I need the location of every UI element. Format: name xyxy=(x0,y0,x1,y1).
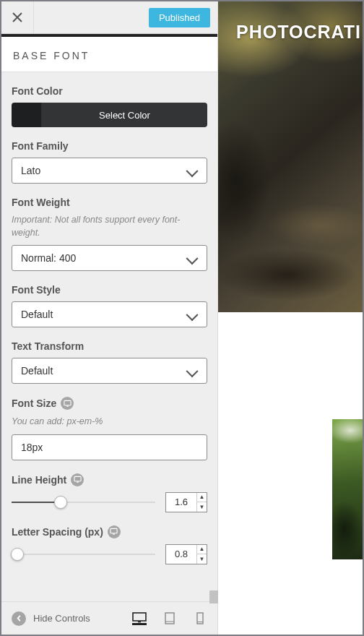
device-desktop-button[interactable] xyxy=(132,612,147,625)
slider-thumb[interactable] xyxy=(54,496,67,509)
device-tablet-button[interactable] xyxy=(162,612,177,625)
chevron-left-icon xyxy=(12,611,26,626)
text-transform-select-wrap: Default xyxy=(12,358,207,384)
letter-spacing-value: 0.8 xyxy=(166,549,196,559)
font-size-input[interactable] xyxy=(12,434,207,460)
control-font-weight: Font Weight Important: Not all fonts sup… xyxy=(1,184,217,271)
mobile-icon xyxy=(196,612,204,624)
control-text-transform: Text Transform Default xyxy=(1,327,217,384)
letter-spacing-label-text: Letter Spacing (px) xyxy=(12,526,103,538)
line-height-number[interactable]: 1.6 ▲▼ xyxy=(165,492,207,512)
preview-body xyxy=(218,312,363,635)
letter-spacing-row: 0.8 ▲▼ xyxy=(12,544,207,564)
device-mobile-button[interactable] xyxy=(193,612,207,625)
preview-thumbnail xyxy=(332,419,363,559)
monitor-icon[interactable] xyxy=(61,397,74,410)
font-style-label: Font Style xyxy=(12,284,61,296)
font-weight-label: Font Weight xyxy=(12,197,70,208)
app-root: Published BASE FONT Font Color Select Co… xyxy=(0,0,364,636)
line-height-row: 1.6 ▲▼ xyxy=(12,492,207,512)
section-title: BASE FONT xyxy=(1,34,217,72)
font-style-select-wrap: Default xyxy=(12,301,207,327)
font-weight-select[interactable]: Normal: 400 xyxy=(12,245,207,271)
font-color-label: Font Color xyxy=(12,85,63,97)
svg-rect-0 xyxy=(64,400,71,405)
brand-logo-text: PHOTOCRATI xyxy=(236,22,361,43)
svg-rect-5 xyxy=(113,533,115,534)
svg-rect-4 xyxy=(110,528,117,533)
font-family-select[interactable]: Lato xyxy=(12,158,207,184)
svg-rect-1 xyxy=(66,405,69,406)
font-family-select-wrap: Lato xyxy=(12,158,207,184)
hide-controls-label: Hide Controls xyxy=(33,613,90,624)
close-button[interactable] xyxy=(1,1,34,34)
control-font-size: Font Size You can add: px-em-% xyxy=(1,384,217,460)
font-style-select[interactable]: Default xyxy=(12,301,207,327)
font-weight-select-wrap: Normal: 400 xyxy=(12,245,207,271)
letter-spacing-number[interactable]: 0.8 ▲▼ xyxy=(165,544,207,564)
text-transform-label: Text Transform xyxy=(12,340,84,352)
tablet-icon xyxy=(165,612,175,624)
svg-rect-7 xyxy=(138,621,141,622)
control-font-color: Font Color Select Color xyxy=(1,72,217,127)
svg-rect-6 xyxy=(133,613,146,621)
letter-spacing-slider[interactable] xyxy=(12,547,155,562)
control-letter-spacing: Letter Spacing (px) 0.8 ▲▼ xyxy=(1,512,217,564)
line-height-slider[interactable] xyxy=(12,495,155,510)
line-height-label-text: Line Height xyxy=(12,474,66,486)
control-line-height: Line Height 1.6 ▲▼ xyxy=(1,460,217,512)
publish-button[interactable]: Published xyxy=(149,8,210,27)
font-size-label-text: Font Size xyxy=(12,398,56,409)
step-down[interactable]: ▼ xyxy=(197,554,207,564)
select-color-label: Select Color xyxy=(42,103,207,127)
letter-spacing-label: Letter Spacing (px) xyxy=(12,525,121,538)
sidebar-footer: Hide Controls xyxy=(1,601,217,635)
desktop-icon xyxy=(132,612,147,623)
monitor-icon[interactable] xyxy=(71,473,84,486)
preview-pane: PHOTOCRATI xyxy=(218,1,363,635)
line-height-value: 1.6 xyxy=(166,497,196,507)
close-icon xyxy=(12,12,22,22)
line-height-label: Line Height xyxy=(12,473,84,486)
svg-rect-11 xyxy=(197,622,203,622)
svg-rect-3 xyxy=(77,481,79,482)
svg-rect-9 xyxy=(165,622,174,622)
font-family-label: Font Family xyxy=(12,140,69,152)
slider-fill xyxy=(12,502,61,503)
svg-rect-8 xyxy=(165,613,174,624)
number-stepper[interactable]: ▲▼ xyxy=(196,545,207,564)
scrollbar-thumb[interactable] xyxy=(209,590,218,603)
monitor-icon[interactable] xyxy=(108,525,121,538)
font-weight-note: Important: Not all fonts support every f… xyxy=(12,214,207,239)
step-up[interactable]: ▲ xyxy=(197,493,207,503)
hide-controls-button[interactable]: Hide Controls xyxy=(12,611,90,626)
slider-thumb[interactable] xyxy=(11,548,24,561)
device-switcher xyxy=(132,612,207,625)
step-up[interactable]: ▲ xyxy=(197,545,207,555)
svg-rect-2 xyxy=(74,476,81,481)
control-font-family: Font Family Lato xyxy=(1,127,217,184)
control-font-style: Font Style Default xyxy=(1,271,217,327)
slider-track xyxy=(12,554,155,555)
font-size-label: Font Size xyxy=(12,397,74,410)
font-size-hint: You can add: px-em-% xyxy=(12,416,207,429)
number-stepper[interactable]: ▲▼ xyxy=(196,493,207,512)
color-swatch xyxy=(12,103,42,127)
hero-image: PHOTOCRATI xyxy=(218,1,363,312)
sidebar-header: Published xyxy=(1,1,217,34)
step-down[interactable]: ▼ xyxy=(197,502,207,512)
customizer-sidebar: Published BASE FONT Font Color Select Co… xyxy=(1,1,218,635)
text-transform-select[interactable]: Default xyxy=(12,358,207,384)
select-color-button[interactable]: Select Color xyxy=(12,103,207,127)
controls-scroll-area[interactable]: Font Color Select Color Font Family Lato… xyxy=(1,72,217,601)
